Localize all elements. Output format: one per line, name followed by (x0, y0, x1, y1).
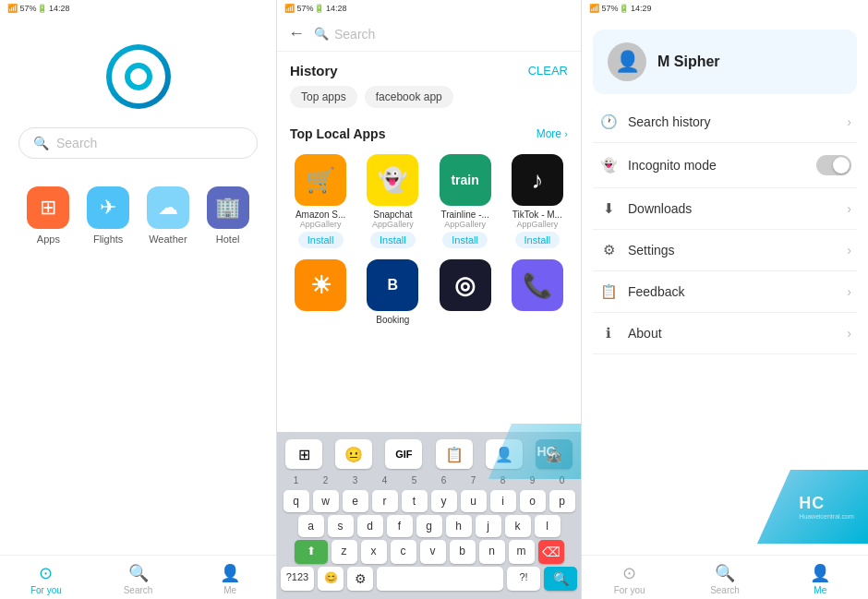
key-z[interactable]: z (332, 540, 357, 564)
key-row-z: ⬆ z x c v b n m ⌫ (281, 540, 577, 564)
right-screen: 📶 57%🔋 14:29 👤 M Sipher 🕐 Search history… (582, 0, 868, 599)
app-cell-amazon[interactable]: 🛒 Amazon S... AppGallery Install (284, 149, 356, 254)
history-tag-1[interactable]: facebook app (365, 86, 453, 108)
top-local-header: Top Local Apps More › (277, 115, 581, 149)
search-bar[interactable]: 🔍 Search (18, 127, 258, 159)
hc-logo-text: HC (799, 494, 854, 513)
menu-settings[interactable]: ⚙ Settings › (593, 230, 857, 271)
key-x[interactable]: x (361, 540, 387, 564)
key-settings[interactable]: ⚙ (347, 567, 373, 591)
key-q[interactable]: q (283, 490, 309, 512)
about-label: About (628, 326, 847, 341)
key-e[interactable]: e (343, 490, 368, 512)
key-k[interactable]: k (505, 515, 531, 537)
key-t[interactable]: t (402, 490, 428, 512)
key-s[interactable]: s (328, 515, 354, 537)
kb-clipboard-tool[interactable]: 📋 (436, 439, 473, 469)
menu-search-history[interactable]: 🕐 Search history › (593, 102, 857, 143)
middle-search-area[interactable]: 🔍 Search (314, 27, 570, 42)
quick-action-hotel[interactable]: 🏢 Hotel (207, 186, 249, 245)
train-icon: train (440, 154, 491, 206)
bottom-nav-for-you[interactable]: ⊙ For you (0, 563, 92, 595)
key-j[interactable]: j (476, 515, 501, 537)
key-m[interactable]: m (509, 540, 535, 564)
kb-grid-tool[interactable]: ⊞ (285, 439, 322, 469)
space-key[interactable] (377, 567, 503, 591)
downloads-arrow: › (847, 201, 851, 216)
key-a[interactable]: a (298, 515, 324, 537)
app-cell-speedtest[interactable]: ◎ (429, 254, 501, 330)
key-i[interactable]: i (490, 490, 516, 512)
search-icon: 🔍 (33, 136, 49, 150)
app-cell-snapchat[interactable]: 👻 Snapchat AppGallery Install (356, 149, 428, 254)
key-u[interactable]: u (461, 490, 487, 512)
hotel-label: Hotel (216, 234, 240, 245)
quick-action-flights[interactable]: ✈ Flights (87, 186, 129, 245)
status-right-text: 📶 57%🔋 14:29 (589, 4, 652, 13)
key-r[interactable]: r (372, 490, 398, 512)
key-w[interactable]: w (313, 490, 339, 512)
shift-key[interactable]: ⬆ (295, 540, 328, 564)
more-arrow-icon: › (564, 128, 568, 139)
app-cell-viber[interactable]: 📞 (501, 254, 573, 330)
more-button[interactable]: More › (536, 127, 568, 140)
menu-incognito[interactable]: 👻 Incognito mode (593, 143, 857, 188)
key-special[interactable]: ?! (507, 567, 540, 591)
app-cell-booking[interactable]: B Booking (356, 254, 428, 330)
menu-about[interactable]: ℹ About › (593, 313, 857, 354)
profile-card[interactable]: 👤 M Sipher (593, 30, 857, 94)
kb-emoji-face[interactable]: 😐 (335, 439, 372, 469)
app-cell-train[interactable]: train Trainline -... AppGallery Install (429, 149, 501, 254)
search-key[interactable]: 🔍 (544, 567, 577, 591)
key-g[interactable]: g (416, 515, 442, 537)
about-arrow: › (847, 326, 851, 341)
bottom-nav-search-left[interactable]: 🔍 Search (92, 563, 185, 595)
bottom-nav-for-you-right[interactable]: ⊙ For you (582, 563, 677, 595)
tiktok-install[interactable]: Install (515, 232, 561, 248)
for-you-icon: ⊙ (39, 563, 53, 583)
snapchat-install[interactable]: Install (370, 232, 416, 248)
menu-downloads[interactable]: ⬇ Downloads › (593, 188, 857, 230)
key-y[interactable]: y (431, 490, 457, 512)
key-p[interactable]: p (549, 490, 575, 512)
key-c[interactable]: c (391, 540, 416, 564)
train-source: AppGallery (444, 220, 486, 229)
key-f[interactable]: f (387, 515, 413, 537)
search-history-label: Search history (628, 114, 847, 129)
app-cell-sunny[interactable]: ☀ (284, 254, 356, 330)
key-b[interactable]: b (450, 540, 476, 564)
quick-action-apps[interactable]: ⊞ Apps (27, 186, 69, 245)
amazon-install[interactable]: Install (298, 232, 344, 248)
key-v[interactable]: v (420, 540, 446, 564)
tiktok-name: TikTok - M... (507, 210, 568, 220)
feedback-arrow: › (847, 284, 851, 299)
key-d[interactable]: d (357, 515, 383, 537)
app-cell-tiktok[interactable]: ♪ TikTok - M... AppGallery Install (501, 149, 573, 254)
feedback-icon: 📋 (598, 283, 619, 300)
search-label-right: Search (710, 585, 740, 595)
key-n[interactable]: n (479, 540, 505, 564)
quick-action-weather[interactable]: ☁ Weather (147, 186, 189, 245)
incognito-toggle[interactable] (816, 155, 851, 175)
me-nav-label: Me (223, 585, 236, 595)
history-tag-0[interactable]: Top apps (290, 86, 357, 108)
search-nav-label: Search (124, 585, 153, 595)
for-you-label: For you (30, 585, 62, 595)
incognito-icon: 👻 (598, 157, 619, 174)
key-emoji[interactable]: 😊 (318, 567, 344, 591)
delete-key[interactable]: ⌫ (538, 540, 564, 564)
key-h[interactable]: h (446, 515, 472, 537)
key-o[interactable]: o (520, 490, 546, 512)
train-install[interactable]: Install (442, 232, 488, 248)
num-3: 3 (343, 473, 368, 487)
bottom-nav-me-right[interactable]: 👤 Me (773, 563, 868, 595)
menu-feedback[interactable]: 📋 Feedback › (593, 271, 857, 313)
bottom-nav-search-right[interactable]: 🔍 Search (677, 563, 772, 595)
key-123[interactable]: ?123 (281, 567, 314, 591)
kb-gif-tool[interactable]: GIF (385, 439, 422, 469)
bottom-nav-me-left[interactable]: 👤 Me (184, 563, 276, 595)
top-local-title: Top Local Apps (290, 126, 385, 141)
key-l[interactable]: l (535, 515, 561, 537)
back-arrow-icon[interactable]: ← (288, 24, 305, 43)
clear-button[interactable]: CLEAR (528, 64, 568, 78)
